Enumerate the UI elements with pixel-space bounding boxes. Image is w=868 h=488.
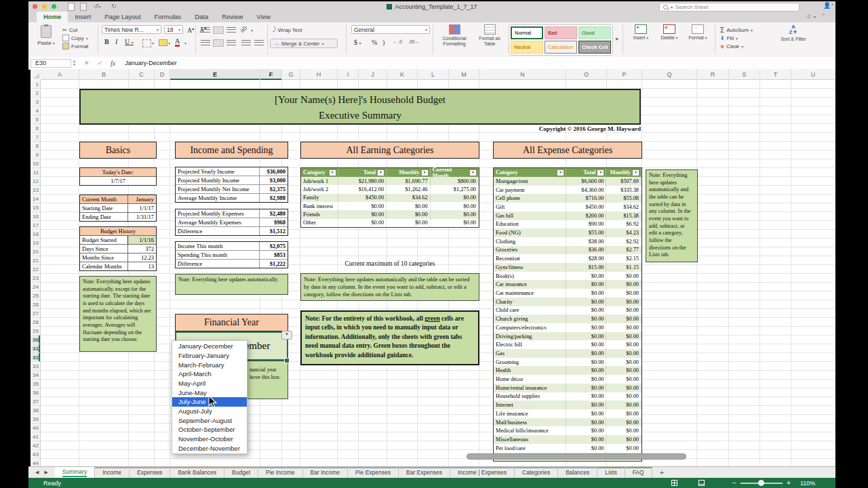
- dropdown-option-november-october[interactable]: November-October: [172, 434, 247, 444]
- horizontal-scrollbar[interactable]: [467, 453, 686, 460]
- row-header-29[interactable]: 29: [31, 327, 40, 336]
- row-header-6[interactable]: 6: [31, 124, 40, 133]
- column-header-U[interactable]: U: [791, 69, 835, 80]
- row-header-30[interactable]: 30: [31, 336, 40, 344]
- dropdown-option-may-april[interactable]: May-April: [172, 379, 247, 388]
- row-header-32[interactable]: 32: [31, 353, 40, 362]
- sheet-tab-income[interactable]: Income: [95, 467, 130, 478]
- number-format-select[interactable]: General▾: [351, 25, 430, 34]
- align-bottom-icon[interactable]: [226, 27, 236, 33]
- sheet-tab-summary[interactable]: Summary: [55, 467, 95, 478]
- cell-style-normal[interactable]: Normal: [511, 26, 543, 39]
- sheet-tab-bank-balances[interactable]: Bank Balances: [170, 467, 224, 478]
- row-header-20[interactable]: 20: [31, 247, 40, 256]
- column-header-R[interactable]: R: [697, 69, 729, 80]
- fill-handle[interactable]: [284, 358, 290, 363]
- insert-cells-button[interactable]: + Insert ▾: [628, 24, 654, 41]
- feedback-smiley-icon[interactable]: ☺ ▾ ⌃: [806, 13, 826, 20]
- fill-button[interactable]: ⬇Fill▾: [720, 34, 753, 42]
- dropdown-option-october-september[interactable]: October-September: [172, 425, 247, 434]
- row-header-13[interactable]: 13: [31, 186, 40, 195]
- row-header-36[interactable]: 36: [31, 388, 40, 397]
- column-header-P[interactable]: P: [607, 69, 642, 80]
- row-header-23[interactable]: 23: [31, 274, 40, 283]
- column-header-D[interactable]: D: [155, 69, 170, 80]
- column-header-Q[interactable]: Q: [642, 69, 697, 80]
- font-size-select[interactable]: 18▾: [164, 25, 183, 34]
- row-header-7[interactable]: 7: [31, 133, 40, 142]
- dropdown-option-september-august[interactable]: September-August: [172, 415, 247, 425]
- sheet-tab-faq[interactable]: FAQ: [625, 467, 652, 478]
- align-center-icon[interactable]: [214, 40, 223, 46]
- underline-icon[interactable]: U ▾: [125, 38, 134, 45]
- paste-button[interactable]: Paste ▾: [34, 25, 58, 46]
- share-person-icon[interactable]: 👤⁺: [823, 2, 834, 9]
- row-header-18[interactable]: 18: [31, 230, 40, 239]
- column-header-M[interactable]: M: [449, 69, 479, 80]
- search-sheet-input[interactable]: ▾ Search Sheet: [659, 3, 800, 12]
- filter-dropdown-icon[interactable]: ▼: [632, 169, 639, 176]
- row-header-28[interactable]: 28: [31, 318, 40, 327]
- column-header-T[interactable]: T: [760, 69, 791, 80]
- format-painter-button[interactable]: Format: [62, 42, 88, 50]
- row-header-16[interactable]: 16: [31, 212, 40, 221]
- orientation-icon[interactable]: ab: [239, 24, 248, 34]
- fill-color-icon[interactable]: [159, 39, 167, 46]
- autosum-button[interactable]: ΣAutoSum▾: [720, 26, 753, 34]
- column-header-N[interactable]: N: [479, 69, 566, 80]
- column-header-K[interactable]: K: [387, 69, 418, 80]
- zoom-out-icon[interactable]: −: [732, 479, 736, 487]
- row-header-17[interactable]: 17: [31, 221, 40, 230]
- row-header-35[interactable]: 35: [31, 380, 40, 388]
- filter-dropdown-icon[interactable]: ▼: [557, 169, 564, 176]
- align-right-icon[interactable]: [226, 40, 236, 46]
- column-header-F[interactable]: F: [260, 69, 282, 80]
- dropdown-option-december-november[interactable]: December-November: [172, 443, 247, 453]
- row-header-10[interactable]: 10: [31, 159, 40, 168]
- column-header-E[interactable]: E: [170, 69, 260, 80]
- copy-button[interactable]: Copy ▾: [62, 34, 88, 42]
- column-header-I[interactable]: I: [338, 69, 359, 80]
- select-all-corner[interactable]: [31, 69, 41, 81]
- column-header-S[interactable]: S: [729, 69, 760, 80]
- row-header-15[interactable]: 15: [31, 203, 40, 212]
- row-header-4[interactable]: 4: [31, 106, 40, 115]
- ribbon-tab-view[interactable]: View: [250, 12, 277, 22]
- increase-decimal-icon[interactable]: ←.0: [393, 39, 402, 44]
- comma-format-icon[interactable]: ): [382, 39, 384, 46]
- ribbon-tab-home[interactable]: Home: [37, 12, 68, 22]
- styles-more-icon[interactable]: ▶: [616, 36, 619, 41]
- row-header-8[interactable]: 8: [31, 142, 40, 150]
- row-header-14[interactable]: 14: [31, 195, 40, 203]
- collapse-ribbon-icon[interactable]: ⌃: [821, 13, 826, 20]
- dropdown-option-january-december[interactable]: January-December: [172, 342, 247, 351]
- zoom-in-icon[interactable]: +: [787, 479, 791, 487]
- row-header-24[interactable]: 24: [31, 283, 40, 291]
- sheet-tab-budget[interactable]: Budget: [224, 467, 258, 478]
- font-color-icon[interactable]: A: [175, 38, 180, 47]
- row-header-5[interactable]: 5: [31, 115, 40, 124]
- column-header-H[interactable]: H: [300, 69, 338, 80]
- sheet-tab-pie-expenses[interactable]: Pie Expenses: [348, 467, 399, 478]
- dropdown-option-february-january[interactable]: February-January: [172, 351, 247, 361]
- financial-year-dropdown-icon[interactable]: ▼: [281, 331, 292, 340]
- row-header-12[interactable]: 12: [31, 177, 40, 186]
- row-header-31[interactable]: 31: [31, 344, 40, 353]
- row-header-2[interactable]: 2: [31, 89, 40, 98]
- confirm-entry-icon[interactable]: ✓: [98, 60, 103, 66]
- column-header-B[interactable]: B: [79, 69, 129, 80]
- increase-font-icon[interactable]: A▴: [187, 26, 194, 34]
- filter-dropdown-icon[interactable]: ▼: [469, 169, 477, 176]
- sheet-tab-bar-income[interactable]: Bar Income: [303, 467, 348, 478]
- cell-style-neutral[interactable]: Neutral: [511, 41, 543, 54]
- dropdown-option-march-february[interactable]: March-February: [172, 360, 247, 369]
- row-header-38[interactable]: 38: [31, 406, 40, 415]
- percent-format-icon[interactable]: %: [372, 39, 377, 46]
- filter-dropdown-icon[interactable]: ▼: [421, 169, 429, 176]
- cell-style-calculation[interactable]: Calculation: [545, 41, 577, 54]
- row-header-22[interactable]: 22: [31, 265, 40, 274]
- sheet-tab--[interactable]: +: [652, 467, 671, 478]
- sheet-tab-income-expenses[interactable]: Income | Expenses: [450, 467, 515, 478]
- zoom-slider-handle[interactable]: [758, 480, 764, 486]
- column-header-O[interactable]: O: [566, 69, 607, 80]
